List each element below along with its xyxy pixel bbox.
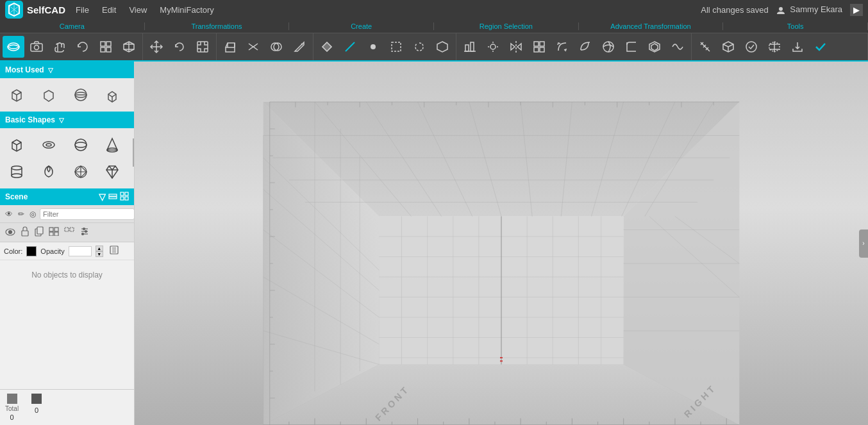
svg-point-25 (746, 42, 756, 52)
toolbar-360-icon[interactable] (3, 36, 24, 58)
svg-rect-23 (540, 47, 544, 52)
basic-shapes-section-header: Basic Shapes ▽ (0, 112, 134, 128)
scene-header-icons: ▽ (99, 192, 129, 203)
shape-cube[interactable] (4, 132, 29, 158)
svg-rect-5 (101, 42, 105, 46)
toolbar-cube-select-icon[interactable] (431, 36, 453, 58)
toolbar-frame-icon[interactable] (95, 36, 117, 58)
filter-visible-icon[interactable]: ◎ (28, 208, 37, 220)
shape-icosphere[interactable] (68, 159, 94, 185)
left-panel: Most Used ▽ Basic Shapes ▽ (0, 62, 135, 425)
shape-torus[interactable] (36, 132, 62, 158)
toolbar-merge-icon[interactable] (242, 36, 264, 58)
color-label: Color: (4, 247, 22, 255)
scene-tool-adjust[interactable] (78, 226, 91, 239)
svg-point-59 (83, 228, 85, 230)
toolbar-extrude-icon[interactable] (219, 36, 241, 58)
scene-filter-icon[interactable]: ▽ (99, 192, 106, 202)
filter-eye-icon[interactable]: 👁 (4, 208, 14, 220)
toolbar-scale-icon[interactable] (192, 36, 213, 58)
toolbar-adv6-icon[interactable] (574, 36, 596, 58)
menu-view[interactable]: View (126, 5, 149, 15)
menu-file[interactable]: File (73, 5, 92, 15)
svg-rect-22 (534, 47, 538, 52)
toolbar-adv10-icon[interactable] (667, 36, 689, 58)
most-used-rounded-cube[interactable] (36, 82, 62, 108)
toolbar-adv7-icon[interactable] (597, 36, 619, 58)
most-used-section-header: Most Used ▽ (0, 62, 134, 78)
toolbar-adv-rotate-icon[interactable] (482, 36, 504, 58)
most-used-cube[interactable] (4, 82, 29, 108)
scene-grid-icon[interactable] (120, 192, 129, 203)
toolbar-tool1-icon[interactable] (694, 36, 716, 58)
toolbar-sketch-icon[interactable] (288, 36, 310, 58)
color-settings-icon[interactable] (108, 244, 120, 258)
toolbar-adv8-icon[interactable] (621, 36, 642, 58)
topbar-left: SelfCAD File Edit View MyMiniFactory (5, 1, 217, 19)
stat-value-2: 0 (35, 406, 38, 414)
most-used-sphere[interactable] (68, 82, 94, 108)
svg-point-61 (82, 233, 84, 235)
toolbar-label-create: Create (289, 22, 434, 30)
scene-tool-ungroup[interactable] (63, 226, 76, 239)
most-used-small-cube[interactable] (99, 82, 125, 108)
svg-point-4 (35, 46, 39, 50)
menu-edit[interactable]: Edit (99, 5, 119, 15)
svg-point-46 (9, 230, 12, 233)
toolbar-tool2-icon[interactable] (717, 36, 739, 58)
scene-tool-group[interactable] (47, 226, 60, 239)
app-name: SelfCAD (27, 4, 65, 15)
viewport[interactable]: FRONT RIGHT (135, 62, 868, 425)
viewport-grid: FRONT RIGHT (135, 62, 868, 425)
scene-tool-eye[interactable] (4, 226, 17, 239)
toolbar-box-select-icon[interactable] (385, 36, 407, 58)
scene-tool-copy[interactable] (33, 225, 45, 240)
user-icon (776, 6, 785, 15)
toolbar-edge-select-icon[interactable] (339, 36, 361, 58)
toolbar-adv-scale-icon[interactable] (505, 36, 527, 58)
menu-myminifactory[interactable]: MyMiniFactory (157, 5, 217, 15)
expand-button[interactable]: ▶ (850, 4, 863, 16)
shape-sphere[interactable] (68, 132, 94, 158)
svg-point-31 (75, 139, 87, 151)
stat-col-1: Total 0 (5, 394, 19, 421)
toolbar-cube-camera-icon[interactable] (118, 36, 140, 58)
shape-cylinder[interactable] (4, 159, 29, 185)
shape-cone[interactable] (99, 132, 125, 158)
filter-pencil-icon[interactable]: ✏ (17, 208, 26, 220)
toolbar-move-icon[interactable] (146, 36, 167, 58)
toolbar-face-select-icon[interactable] (316, 36, 338, 58)
toolbar-vertex-select-icon[interactable] (362, 36, 384, 58)
opacity-up-button[interactable]: ▲ (96, 246, 103, 251)
svg-rect-10 (226, 47, 235, 52)
basic-shapes-collapse-arrow[interactable]: ▽ (59, 117, 64, 124)
most-used-collapse-arrow[interactable]: ▽ (48, 67, 53, 74)
toolbar-tool6-icon[interactable] (810, 36, 831, 58)
toolbar-tool5-icon[interactable] (787, 36, 808, 58)
topbar-right: All changes saved Sammy Ekara ▶ (701, 4, 863, 16)
scene-layers-icon[interactable] (108, 192, 117, 203)
opacity-input[interactable]: 0 (69, 246, 92, 256)
filter-input[interactable] (40, 208, 135, 220)
scene-tool-lock[interactable] (19, 225, 31, 240)
toolbar-adv4-icon[interactable] (528, 36, 550, 58)
toolbar-camera-icon[interactable] (26, 36, 47, 58)
most-used-label: Most Used (5, 65, 44, 74)
color-swatch[interactable] (26, 246, 37, 256)
toolbar-tool4-icon[interactable] (764, 36, 785, 58)
toolbar-labels: Camera Transformations Create Region Sel… (0, 19, 868, 33)
shape-knot[interactable] (36, 159, 62, 185)
toolbar-adv9-icon[interactable] (644, 36, 665, 58)
main-area: Most Used ▽ Basic Shapes ▽ (0, 62, 868, 425)
toolbar-rotate-icon[interactable] (169, 36, 190, 58)
toolbar-refresh-icon[interactable] (72, 36, 94, 58)
toolbar-tool3-icon[interactable] (740, 36, 762, 58)
toolbar-adv-move-icon[interactable] (459, 36, 481, 58)
toolbar-boolean-icon[interactable] (265, 36, 287, 58)
shape-gem[interactable] (99, 159, 125, 185)
opacity-down-button[interactable]: ▼ (96, 251, 103, 257)
toolbar-lasso-select-icon[interactable] (408, 36, 430, 58)
toolbar-hand-icon[interactable] (49, 36, 71, 58)
viewport-expand-button[interactable]: › (859, 229, 868, 258)
toolbar-adv5-icon[interactable] (551, 36, 573, 58)
